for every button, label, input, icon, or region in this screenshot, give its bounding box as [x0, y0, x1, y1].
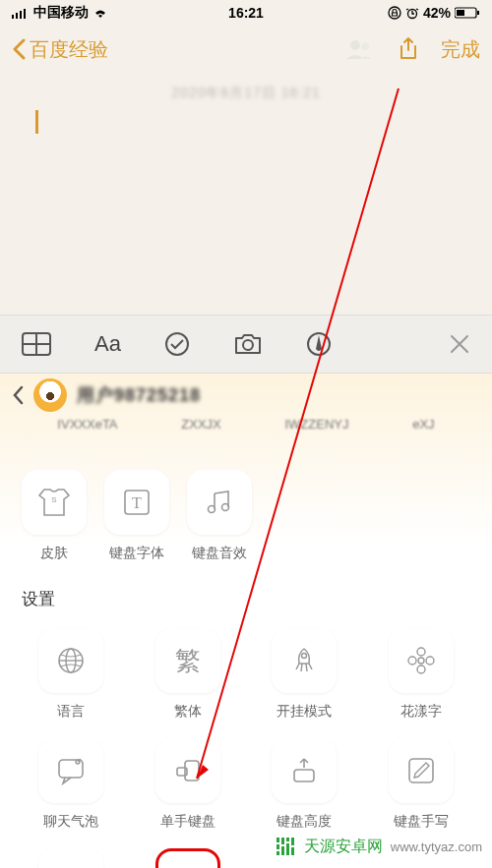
tile-label: 键盘音效 [192, 545, 247, 562]
svg-rect-47 [286, 838, 289, 841]
font-icon: T [122, 488, 152, 517]
svg-rect-1 [16, 13, 18, 19]
svg-rect-48 [286, 843, 289, 855]
panel-back-icon[interactable] [12, 385, 24, 405]
battery-percent: 42% [423, 5, 451, 21]
tile-skin[interactable]: S 皮肤 [22, 470, 87, 562]
close-icon[interactable] [449, 333, 470, 355]
svg-rect-43 [277, 844, 279, 849]
svg-rect-45 [281, 838, 284, 844]
svg-rect-46 [281, 846, 284, 855]
handwrite-icon [406, 756, 436, 785]
rocket-icon [289, 646, 319, 675]
svg-text:T: T [132, 494, 142, 511]
svg-rect-0 [12, 15, 14, 19]
note-date: 2020年6月17日 16:21 [35, 85, 457, 102]
tile-label: 键盘高度 [277, 813, 332, 831]
watermark-name: 天源安卓网 [304, 837, 383, 857]
back-label: 百度经验 [30, 36, 108, 63]
watermark-url: www.tytyaz.com [391, 839, 482, 854]
nav-bar: 百度经验 完成 [0, 26, 492, 73]
bubble-icon [55, 756, 87, 785]
more-settings-highlight [155, 848, 220, 868]
svg-text:S: S [51, 495, 56, 504]
tile-label: 聊天气泡 [43, 813, 98, 831]
svg-point-14 [166, 333, 188, 355]
svg-rect-50 [291, 847, 294, 855]
svg-point-26 [418, 658, 424, 664]
table-icon[interactable] [22, 332, 51, 356]
tile-onehand[interactable]: 单手键盘 [139, 738, 238, 831]
svg-rect-44 [277, 851, 279, 855]
alarm-icon [405, 6, 419, 20]
svg-rect-2 [20, 11, 22, 19]
tile-label: 键盘手写 [394, 813, 449, 831]
note-editor[interactable]: 2020年6月17日 16:21 [0, 73, 492, 145]
chevron-left-icon [12, 38, 26, 60]
battery-icon [455, 7, 480, 19]
svg-rect-3 [24, 9, 26, 19]
section-settings-title: 设置 [0, 562, 492, 610]
svg-point-15 [243, 340, 253, 350]
tile-label: 单手键盘 [160, 813, 215, 831]
tile-label: 键盘字体 [109, 545, 164, 562]
keyboard-settings-panel: 用户98725218 IVXXXeTAZXXJXIWZZENYJeXJ S 皮肤… [0, 374, 492, 868]
user-avatar[interactable] [33, 378, 67, 412]
signal-icon [12, 7, 30, 19]
tile-flower-text[interactable]: 花漾字 [372, 628, 471, 721]
carrier-label: 中国移动 [33, 4, 89, 22]
tile-font[interactable]: T 键盘字体 [104, 470, 169, 562]
format-toolbar: Aa [0, 315, 492, 374]
tile-label: 花漾字 [400, 703, 442, 721]
svg-rect-35 [294, 770, 314, 781]
globe-icon [55, 645, 87, 676]
svg-point-25 [302, 654, 307, 659]
flower-icon [405, 645, 437, 676]
tile-traditional[interactable]: 繁 繁体 [139, 628, 238, 721]
svg-point-30 [426, 657, 434, 665]
tile-more-settings[interactable]: 更多设置 [139, 848, 238, 868]
checklist-icon[interactable] [164, 331, 190, 357]
svg-point-27 [417, 648, 425, 656]
tile-sound[interactable]: 键盘音效 [187, 470, 252, 562]
watermark: 天源安卓网 www.tytyaz.com [275, 835, 482, 858]
tile-height[interactable]: 键盘高度 [255, 738, 354, 831]
trad-char-icon: 繁 [175, 644, 201, 678]
tile-chat-bubble[interactable]: 聊天气泡 [22, 738, 121, 831]
tile-label: 开挂模式 [277, 703, 332, 721]
svg-point-10 [361, 42, 369, 50]
wifi-icon [92, 7, 108, 19]
svg-rect-49 [291, 838, 294, 845]
svg-rect-8 [477, 11, 479, 15]
svg-point-9 [350, 40, 360, 50]
back-button[interactable]: 百度经验 [12, 36, 108, 63]
text-cursor [35, 110, 38, 134]
onehand-icon [173, 756, 203, 785]
svg-point-29 [408, 657, 416, 665]
music-icon [205, 488, 234, 517]
tile-language[interactable]: 语言 [22, 628, 121, 721]
username: 用户98725218 [77, 383, 201, 407]
tile-label: 繁体 [174, 703, 202, 721]
markup-icon[interactable] [306, 331, 332, 357]
status-bar: 中国移动 16:21 42% [0, 0, 492, 26]
share-icon[interactable] [398, 36, 419, 62]
people-icon[interactable] [344, 37, 376, 61]
tile-label: 语言 [57, 703, 85, 721]
tile-handwrite[interactable]: 键盘手写 [372, 738, 471, 831]
tile-customize-toolbar[interactable]: 定制工具栏 [22, 848, 121, 868]
svg-rect-36 [409, 759, 433, 782]
lock-icon [388, 6, 401, 20]
camera-icon[interactable] [233, 332, 263, 356]
tile-label: 皮肤 [40, 545, 68, 562]
done-button[interactable]: 完成 [441, 36, 480, 63]
text-format-icon[interactable]: Aa [94, 331, 121, 357]
svg-rect-42 [277, 838, 279, 842]
shirt-icon: S [37, 488, 71, 517]
tile-cheat-mode[interactable]: 开挂模式 [255, 628, 354, 721]
height-icon [290, 756, 318, 785]
clipped-row: IVXXXeTAZXXJXIWZZENYJeXJ [0, 417, 492, 431]
clock: 16:21 [228, 5, 264, 21]
svg-point-28 [417, 665, 425, 673]
svg-rect-7 [457, 10, 464, 16]
